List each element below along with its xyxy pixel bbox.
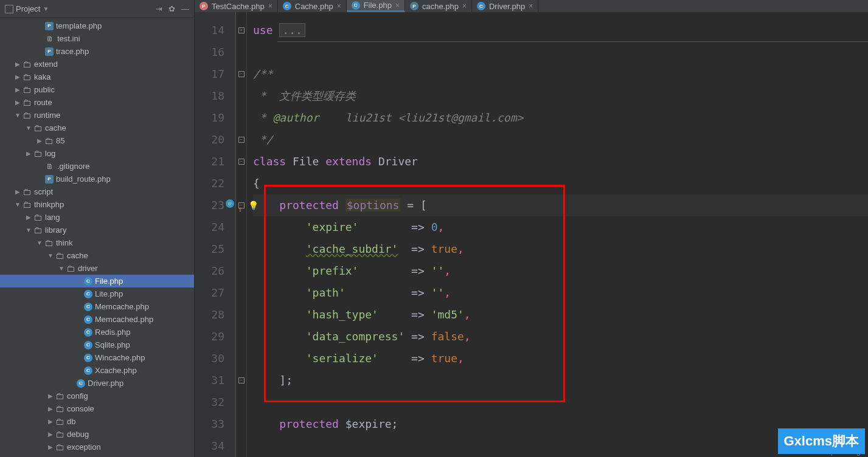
- tree-item-cache[interactable]: ▼cache: [0, 249, 194, 262]
- close-icon[interactable]: ×: [268, 2, 273, 10]
- toggle-icon[interactable]: ▼: [24, 125, 33, 131]
- tree-item-Wincache-php[interactable]: CWincache.php: [0, 351, 194, 364]
- toggle-icon[interactable]: ▶: [13, 86, 22, 93]
- tree-item-test-ini[interactable]: test.ini: [0, 32, 194, 45]
- folder-icon: [55, 430, 64, 439]
- fold-icon[interactable]: +: [238, 27, 245, 33]
- gear-icon[interactable]: ✿: [168, 4, 175, 13]
- tab-Driver-php[interactable]: CDriver.php×: [472, 0, 538, 12]
- close-icon[interactable]: ×: [529, 2, 533, 10]
- tree-item-driver[interactable]: ▼driver: [0, 262, 194, 275]
- tab-icon: P: [200, 2, 208, 10]
- toggle-icon[interactable]: ▼: [13, 201, 22, 208]
- toggle-icon[interactable]: ▼: [46, 252, 55, 259]
- tree-item-template-php[interactable]: Ptemplate.php: [0, 19, 194, 32]
- tree-item-Memcached-php[interactable]: CMemcached.php: [0, 313, 194, 326]
- tree-item-runtime[interactable]: ▼runtime: [0, 109, 194, 122]
- scroll-to-icon[interactable]: ⇥: [156, 4, 162, 13]
- toggle-icon[interactable]: ▶: [35, 137, 44, 144]
- tree-label: script: [34, 187, 53, 196]
- toggle-icon[interactable]: ▶: [13, 99, 22, 106]
- tree-item-db[interactable]: ▶db: [0, 415, 194, 428]
- folder-icon: [22, 111, 32, 120]
- toggle-icon[interactable]: ▶: [46, 393, 55, 399]
- tree-item-Sqlite-php[interactable]: CSqlite.php: [0, 338, 194, 351]
- toggle-icon[interactable]: ▼: [13, 112, 22, 119]
- code-editor[interactable]: 💡 use ... /** * 文件类型缓存类 * @author liu21s…: [247, 12, 868, 457]
- tab-Cache-php[interactable]: CCache.php×: [278, 0, 347, 12]
- fold-icon[interactable]: −: [238, 71, 245, 77]
- tree-item-library[interactable]: ▼library: [0, 224, 194, 236]
- folder-icon: [44, 238, 54, 248]
- fold-icon[interactable]: −: [238, 377, 245, 383]
- project-sidebar: Project ▼ ⇥ ✿ — Ptemplate.phptest.iniPtr…: [0, 0, 195, 457]
- use-collapsed[interactable]: ...: [279, 23, 305, 37]
- toggle-icon[interactable]: ▶: [46, 431, 55, 438]
- tree-item-exception[interactable]: ▶exception: [0, 441, 194, 453]
- tab-File-php[interactable]: CFile.php×: [347, 0, 405, 12]
- close-icon[interactable]: ×: [395, 1, 400, 10]
- tree-item-console[interactable]: ▶console: [0, 402, 194, 415]
- editor-area: PTestCache.php×CCache.php×CFile.php×Pcac…: [195, 0, 868, 457]
- tree-label: db: [67, 417, 75, 426]
- toggle-icon[interactable]: ▶: [46, 444, 55, 450]
- tree-item-kaka[interactable]: ▶kaka: [0, 70, 194, 83]
- tree-item-route[interactable]: ▶route: [0, 96, 194, 109]
- tree-item-think[interactable]: ▼think: [0, 236, 194, 249]
- tree-label: Wincache.php: [95, 353, 145, 362]
- fold-icon[interactable]: −: [238, 159, 245, 165]
- tree-item-public[interactable]: ▶public: [0, 83, 194, 96]
- hide-icon[interactable]: —: [181, 4, 189, 13]
- toggle-icon[interactable]: ▼: [24, 227, 33, 233]
- tree-item-Xcache-php[interactable]: CXcache.php: [0, 364, 194, 377]
- line-number: 20: [195, 129, 224, 151]
- fold-marker: [236, 282, 246, 304]
- tab-cache-php[interactable]: Pcache.php×: [405, 0, 472, 12]
- line-number: 18: [195, 85, 224, 107]
- tree-item-Lite-php[interactable]: CLite.php: [0, 287, 194, 300]
- bulb-icon[interactable]: 💡: [248, 194, 259, 216]
- tree-item-Memcache-php[interactable]: CMemcache.php: [0, 300, 194, 313]
- tree-item--gitignore[interactable]: .gitignore: [0, 160, 194, 173]
- tree-item-lang[interactable]: ▶lang: [0, 211, 194, 224]
- toggle-icon[interactable]: ▼: [35, 239, 44, 246]
- close-icon[interactable]: ×: [462, 2, 467, 10]
- tree-item-File-php[interactable]: CFile.php: [0, 275, 194, 287]
- tab-TestCache-php[interactable]: PTestCache.php×: [195, 0, 278, 12]
- toggle-icon[interactable]: ▶: [46, 418, 55, 425]
- tree-item-Redis-php[interactable]: CRedis.php: [0, 326, 194, 338]
- toggle-icon[interactable]: ▶: [13, 61, 22, 67]
- toggle-icon[interactable]: ▶: [24, 150, 33, 157]
- tab-label: Driver.php: [489, 2, 525, 11]
- project-tree[interactable]: Ptemplate.phptest.iniPtrace.php▶extend▶k…: [0, 18, 194, 457]
- tree-item-script[interactable]: ▶script: [0, 185, 194, 198]
- close-icon[interactable]: ×: [337, 2, 341, 10]
- tree-item-debug[interactable]: ▶debug: [0, 428, 194, 441]
- parent-class: Driver: [378, 155, 418, 168]
- author-tag: @author: [273, 111, 319, 124]
- tree-item-build_route-php[interactable]: Pbuild_route.php: [0, 173, 194, 185]
- fold-icon[interactable]: −: [238, 137, 245, 143]
- sidebar-header: Project ▼ ⇥ ✿ —: [0, 0, 194, 18]
- tree-item-config[interactable]: ▶config: [0, 390, 194, 402]
- tree-item-trace-php[interactable]: Ptrace.php: [0, 45, 194, 58]
- toggle-icon[interactable]: ▶: [24, 214, 33, 221]
- tree-item-Driver-php[interactable]: CDriver.php: [0, 377, 194, 390]
- tree-label: Sqlite.php: [95, 340, 130, 349]
- tree-item-log[interactable]: ▶log: [0, 147, 194, 160]
- toggle-icon[interactable]: ▶: [13, 188, 22, 195]
- tree-item-cache[interactable]: ▼cache: [0, 122, 194, 134]
- override-icon[interactable]: o: [226, 199, 234, 208]
- dropdown-icon[interactable]: ▼: [43, 5, 49, 12]
- tree-label: extend: [34, 60, 58, 69]
- class-icon: C: [84, 341, 92, 349]
- tree-item-thinkphp[interactable]: ▼thinkphp: [0, 198, 194, 211]
- toggle-icon[interactable]: ▼: [57, 265, 66, 272]
- tree-item-extend[interactable]: ▶extend: [0, 58, 194, 70]
- tree-item-85[interactable]: ▶85: [0, 134, 194, 147]
- line-number: 30: [195, 348, 224, 369]
- docblock-close: */: [253, 133, 273, 146]
- toggle-icon[interactable]: ▶: [46, 405, 55, 412]
- tree-label: trace.php: [56, 47, 89, 56]
- toggle-icon[interactable]: ▶: [13, 74, 22, 80]
